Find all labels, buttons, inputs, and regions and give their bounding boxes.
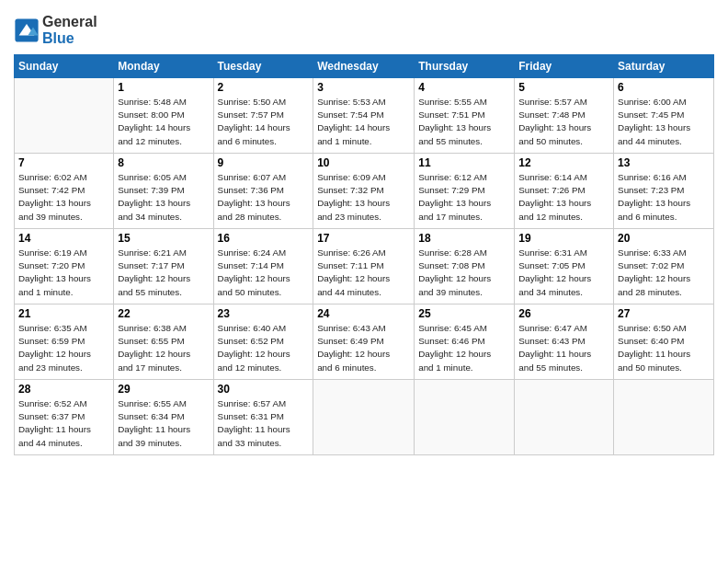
calendar-cell: 24Sunrise: 6:43 AM Sunset: 6:49 PM Dayli…	[313, 304, 415, 380]
day-number: 13	[618, 156, 710, 169]
calendar-cell: 20Sunrise: 6:33 AM Sunset: 7:02 PM Dayli…	[614, 229, 714, 304]
calendar-cell: 6Sunrise: 6:00 AM Sunset: 7:45 PM Daylig…	[614, 78, 714, 154]
day-number: 14	[18, 232, 109, 245]
day-number: 20	[618, 232, 710, 245]
day-info: Sunrise: 6:35 AM Sunset: 6:59 PM Dayligh…	[18, 322, 109, 374]
day-number: 3	[317, 81, 410, 94]
calendar-cell: 13Sunrise: 6:16 AM Sunset: 7:23 PM Dayli…	[614, 154, 714, 229]
day-number: 11	[418, 156, 510, 169]
day-number: 27	[618, 307, 710, 320]
day-info: Sunrise: 6:28 AM Sunset: 7:08 PM Dayligh…	[418, 247, 510, 299]
day-info: Sunrise: 6:02 AM Sunset: 7:42 PM Dayligh…	[18, 171, 109, 224]
day-info: Sunrise: 6:52 AM Sunset: 6:37 PM Dayligh…	[18, 397, 109, 450]
day-number: 8	[118, 156, 209, 169]
calendar-cell: 3Sunrise: 5:53 AM Sunset: 7:54 PM Daylig…	[313, 78, 415, 154]
calendar-cell: 10Sunrise: 6:09 AM Sunset: 7:32 PM Dayli…	[313, 154, 415, 229]
calendar-table: SundayMondayTuesdayWednesdayThursdayFrid…	[14, 54, 714, 455]
day-info: Sunrise: 6:57 AM Sunset: 6:31 PM Dayligh…	[218, 397, 310, 450]
calendar-cell: 15Sunrise: 6:21 AM Sunset: 7:17 PM Dayli…	[114, 229, 213, 304]
day-info: Sunrise: 5:50 AM Sunset: 7:57 PM Dayligh…	[218, 96, 310, 148]
logo: General Blue	[14, 14, 97, 47]
calendar-cell	[415, 380, 515, 455]
day-info: Sunrise: 6:47 AM Sunset: 6:43 PM Dayligh…	[518, 322, 609, 374]
calendar-cell: 28Sunrise: 6:52 AM Sunset: 6:37 PM Dayli…	[15, 380, 114, 455]
day-info: Sunrise: 5:57 AM Sunset: 7:48 PM Dayligh…	[518, 96, 609, 148]
logo-line2: Blue	[42, 30, 97, 47]
day-info: Sunrise: 6:50 AM Sunset: 6:40 PM Dayligh…	[618, 322, 710, 374]
calendar-cell: 16Sunrise: 6:24 AM Sunset: 7:14 PM Dayli…	[213, 229, 313, 304]
day-number: 4	[418, 81, 510, 94]
calendar-cell: 2Sunrise: 5:50 AM Sunset: 7:57 PM Daylig…	[213, 78, 313, 154]
col-header-sunday: Sunday	[15, 55, 114, 78]
calendar-cell: 17Sunrise: 6:26 AM Sunset: 7:11 PM Dayli…	[313, 229, 415, 304]
logo-line1: General	[42, 14, 97, 30]
day-number: 1	[118, 81, 209, 94]
day-info: Sunrise: 6:07 AM Sunset: 7:36 PM Dayligh…	[218, 171, 310, 224]
calendar-cell: 1Sunrise: 5:48 AM Sunset: 8:00 PM Daylig…	[114, 78, 213, 154]
calendar-cell: 25Sunrise: 6:45 AM Sunset: 6:46 PM Dayli…	[415, 304, 515, 380]
day-number: 24	[317, 307, 410, 320]
calendar-cell: 29Sunrise: 6:55 AM Sunset: 6:34 PM Dayli…	[114, 380, 213, 455]
day-number: 16	[218, 232, 310, 245]
header: General Blue	[14, 9, 714, 47]
col-header-saturday: Saturday	[614, 55, 714, 78]
day-info: Sunrise: 6:19 AM Sunset: 7:20 PM Dayligh…	[18, 247, 109, 299]
day-info: Sunrise: 6:14 AM Sunset: 7:26 PM Dayligh…	[518, 171, 609, 224]
day-info: Sunrise: 6:31 AM Sunset: 7:05 PM Dayligh…	[518, 247, 609, 299]
calendar-cell: 18Sunrise: 6:28 AM Sunset: 7:08 PM Dayli…	[415, 229, 515, 304]
day-number: 25	[418, 307, 510, 320]
day-info: Sunrise: 6:05 AM Sunset: 7:39 PM Dayligh…	[118, 171, 209, 224]
day-info: Sunrise: 6:24 AM Sunset: 7:14 PM Dayligh…	[218, 247, 310, 299]
day-info: Sunrise: 6:16 AM Sunset: 7:23 PM Dayligh…	[618, 171, 710, 224]
calendar-cell: 14Sunrise: 6:19 AM Sunset: 7:20 PM Dayli…	[15, 229, 114, 304]
day-info: Sunrise: 5:53 AM Sunset: 7:54 PM Dayligh…	[317, 96, 410, 148]
day-number: 15	[118, 232, 209, 245]
day-info: Sunrise: 5:55 AM Sunset: 7:51 PM Dayligh…	[418, 96, 510, 148]
day-number: 5	[518, 81, 609, 94]
calendar-week-4: 21Sunrise: 6:35 AM Sunset: 6:59 PM Dayli…	[15, 304, 714, 380]
day-info: Sunrise: 6:00 AM Sunset: 7:45 PM Dayligh…	[618, 96, 710, 148]
day-number: 10	[317, 156, 410, 169]
calendar-week-5: 28Sunrise: 6:52 AM Sunset: 6:37 PM Dayli…	[15, 380, 714, 455]
day-number: 30	[218, 383, 310, 396]
col-header-friday: Friday	[515, 55, 614, 78]
day-number: 9	[218, 156, 310, 169]
day-number: 28	[18, 383, 109, 396]
day-number: 21	[18, 307, 109, 320]
calendar-cell	[515, 380, 614, 455]
calendar-week-2: 7Sunrise: 6:02 AM Sunset: 7:42 PM Daylig…	[15, 154, 714, 229]
col-header-thursday: Thursday	[415, 55, 515, 78]
day-number: 2	[218, 81, 310, 94]
col-header-monday: Monday	[114, 55, 213, 78]
day-info: Sunrise: 6:09 AM Sunset: 7:32 PM Dayligh…	[317, 171, 410, 224]
calendar-cell	[614, 380, 714, 455]
page-container: General Blue SundayMondayTuesdayWednesda…	[0, 0, 728, 465]
day-info: Sunrise: 6:21 AM Sunset: 7:17 PM Dayligh…	[118, 247, 209, 299]
day-info: Sunrise: 5:48 AM Sunset: 8:00 PM Dayligh…	[118, 96, 209, 148]
day-info: Sunrise: 6:26 AM Sunset: 7:11 PM Dayligh…	[317, 247, 410, 299]
col-header-wednesday: Wednesday	[313, 55, 415, 78]
day-info: Sunrise: 6:45 AM Sunset: 6:46 PM Dayligh…	[418, 322, 510, 374]
calendar-cell: 9Sunrise: 6:07 AM Sunset: 7:36 PM Daylig…	[213, 154, 313, 229]
calendar-cell: 30Sunrise: 6:57 AM Sunset: 6:31 PM Dayli…	[213, 380, 313, 455]
day-number: 7	[18, 156, 109, 169]
day-info: Sunrise: 6:55 AM Sunset: 6:34 PM Dayligh…	[118, 397, 209, 450]
calendar-cell: 12Sunrise: 6:14 AM Sunset: 7:26 PM Dayli…	[515, 154, 614, 229]
calendar-cell: 11Sunrise: 6:12 AM Sunset: 7:29 PM Dayli…	[415, 154, 515, 229]
calendar-cell: 27Sunrise: 6:50 AM Sunset: 6:40 PM Dayli…	[614, 304, 714, 380]
calendar-cell: 8Sunrise: 6:05 AM Sunset: 7:39 PM Daylig…	[114, 154, 213, 229]
calendar-cell: 22Sunrise: 6:38 AM Sunset: 6:55 PM Dayli…	[114, 304, 213, 380]
day-info: Sunrise: 6:33 AM Sunset: 7:02 PM Dayligh…	[618, 247, 710, 299]
calendar-cell: 23Sunrise: 6:40 AM Sunset: 6:52 PM Dayli…	[213, 304, 313, 380]
calendar-cell: 19Sunrise: 6:31 AM Sunset: 7:05 PM Dayli…	[515, 229, 614, 304]
day-number: 29	[118, 383, 209, 396]
col-header-tuesday: Tuesday	[213, 55, 313, 78]
day-number: 19	[518, 232, 609, 245]
calendar-cell	[15, 78, 114, 154]
calendar-cell	[313, 380, 415, 455]
calendar-header-row: SundayMondayTuesdayWednesdayThursdayFrid…	[15, 55, 714, 78]
calendar-cell: 5Sunrise: 5:57 AM Sunset: 7:48 PM Daylig…	[515, 78, 614, 154]
day-number: 6	[618, 81, 710, 94]
day-info: Sunrise: 6:38 AM Sunset: 6:55 PM Dayligh…	[118, 322, 209, 374]
day-number: 22	[118, 307, 209, 320]
